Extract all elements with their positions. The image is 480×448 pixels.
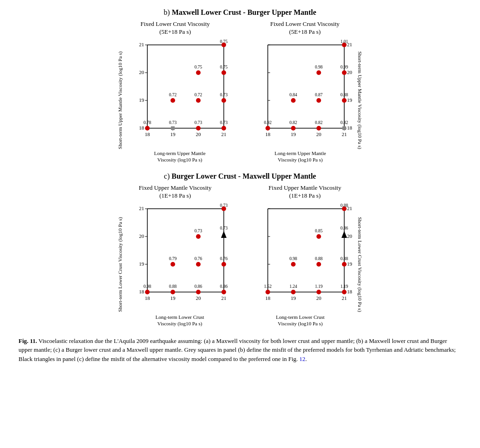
- svg-text:0.82: 0.82: [315, 120, 323, 125]
- svg-text:19: 19: [291, 295, 297, 301]
- panel-c-right: Fixed Upper Mantle Viscosity(1E+18 Pa s): [247, 184, 363, 327]
- svg-point-28: [171, 98, 175, 103]
- panel-c-right-svg: 18 19 20 21 18 19 20: [247, 202, 354, 313]
- panel-b-title: b) Maxwell Lower Crust - Burger Upper Ma…: [14, 8, 466, 17]
- panel-b-right-inner: 18 19 20 21 18 19 20: [247, 38, 354, 163]
- svg-point-34: [196, 70, 201, 75]
- panel-b-left-xlabel: Long-term Upper MantleViscosity (log10 P…: [126, 150, 233, 163]
- svg-text:1.01: 1.01: [341, 39, 348, 44]
- svg-text:0.88: 0.88: [341, 203, 348, 208]
- panel-b-right: Fixed Lower Crust Viscosity(5E+18 Pa s): [247, 20, 363, 163]
- svg-point-66: [291, 126, 296, 131]
- svg-rect-22: [171, 126, 175, 130]
- svg-point-148: [265, 290, 270, 294]
- panel-c-left-xlabel: Long-term Lower CrustViscosity (log10 Pa…: [126, 314, 233, 327]
- svg-point-72: [291, 98, 296, 103]
- svg-point-32: [221, 98, 226, 103]
- svg-text:18: 18: [265, 131, 271, 137]
- panel-b-left: Fixed Lower Crust Viscosity(5E+18 Pa s) …: [117, 20, 233, 163]
- svg-text:20: 20: [347, 233, 353, 239]
- svg-text:0.75: 0.75: [220, 65, 228, 69]
- svg-point-76: [342, 98, 347, 103]
- svg-text:0.72: 0.72: [195, 93, 202, 97]
- svg-text:18: 18: [347, 289, 353, 294]
- svg-text:0.73: 0.73: [220, 120, 228, 125]
- svg-text:20: 20: [316, 131, 322, 137]
- svg-text:20: 20: [347, 69, 353, 75]
- svg-point-24: [196, 126, 201, 131]
- svg-point-160: [342, 262, 347, 267]
- svg-text:19: 19: [291, 131, 297, 137]
- svg-point-116: [221, 262, 226, 267]
- svg-point-154: [342, 290, 347, 294]
- panel-c-right-inner: 18 19 20 21 18 19 20: [247, 202, 354, 327]
- svg-text:20: 20: [316, 295, 322, 301]
- svg-text:0.99: 0.99: [341, 65, 348, 69]
- svg-text:0.87: 0.87: [315, 93, 323, 97]
- svg-point-68: [316, 126, 321, 131]
- svg-text:0.88: 0.88: [341, 93, 348, 97]
- svg-point-156: [291, 262, 296, 267]
- svg-text:0.98: 0.98: [315, 65, 323, 69]
- svg-text:18: 18: [347, 125, 353, 131]
- svg-text:0.78: 0.78: [144, 120, 152, 125]
- svg-text:1.24: 1.24: [290, 284, 297, 289]
- svg-point-108: [196, 290, 201, 294]
- svg-text:18: 18: [139, 289, 145, 294]
- svg-text:0.72: 0.72: [169, 93, 177, 97]
- svg-text:0.73: 0.73: [220, 93, 228, 97]
- svg-text:20: 20: [196, 131, 202, 137]
- panel-c-left-area: Short-term Lower Crust Viscosity (log10 …: [117, 202, 233, 327]
- svg-text:20: 20: [139, 233, 145, 239]
- svg-text:19: 19: [171, 131, 176, 137]
- svg-text:0.73: 0.73: [220, 203, 228, 208]
- svg-text:0.98: 0.98: [290, 256, 297, 261]
- svg-text:21: 21: [342, 295, 347, 301]
- panel-c-left: Fixed Upper Mantle Viscosity(1E+18 Pa s)…: [117, 184, 233, 327]
- panel-b-right-ylabel: Short-term Upper Mantle Viscosity (log10…: [354, 51, 363, 149]
- panel-c-left-inner: 18 19 20 21 18 19 20: [126, 202, 233, 327]
- svg-point-112: [171, 262, 175, 267]
- svg-marker-164: [341, 231, 347, 238]
- svg-text:20: 20: [139, 69, 145, 75]
- svg-text:21: 21: [139, 42, 144, 47]
- svg-text:21: 21: [139, 205, 144, 211]
- svg-point-104: [145, 290, 150, 294]
- svg-point-74: [316, 98, 321, 103]
- svg-text:18: 18: [265, 295, 271, 301]
- svg-point-162: [316, 234, 321, 239]
- panel-b-right-svg: 18 19 20 21 18 19 20: [247, 38, 354, 149]
- svg-marker-120: [221, 231, 227, 238]
- svg-text:21: 21: [221, 131, 227, 137]
- svg-text:0.86: 0.86: [195, 284, 202, 289]
- svg-point-78: [316, 70, 321, 75]
- svg-text:18: 18: [145, 131, 151, 137]
- figure-caption: Fig. 11. Viscoelastic relaxation due the…: [14, 336, 466, 364]
- svg-point-110: [221, 290, 226, 294]
- svg-point-80: [342, 70, 347, 75]
- panel-c-left-ylabel: Short-term Lower Crust Viscosity (log10 …: [117, 217, 126, 312]
- svg-text:21: 21: [221, 295, 227, 301]
- svg-text:18: 18: [139, 125, 145, 131]
- svg-text:0.85: 0.85: [315, 229, 323, 233]
- svg-text:0.73: 0.73: [195, 120, 202, 125]
- caption-link[interactable]: 12: [299, 355, 305, 362]
- svg-text:0.98: 0.98: [144, 284, 152, 289]
- svg-text:0.92: 0.92: [264, 120, 272, 125]
- svg-text:0.82: 0.82: [341, 120, 348, 125]
- panel-b-left-svg: 18 19 20 21 18 19 20: [126, 38, 233, 149]
- svg-point-118: [196, 234, 201, 239]
- panel-c-right-area: 18 19 20 21 18 19 20: [247, 202, 363, 327]
- svg-text:19: 19: [171, 295, 176, 301]
- svg-point-26: [221, 126, 226, 131]
- panel-b-left-inner: 18 19 20 21 18 19 20: [126, 38, 233, 163]
- svg-text:18: 18: [145, 295, 151, 301]
- svg-text:0.79: 0.79: [169, 256, 177, 261]
- panel-c-right-subtitle: Fixed Upper Mantle Viscosity(1E+18 Pa s): [269, 184, 341, 200]
- svg-text:19: 19: [347, 97, 353, 103]
- panel-c-left-svg: 18 19 20 21 18 19 20: [126, 202, 233, 313]
- svg-text:21: 21: [342, 131, 347, 137]
- panel-c-title: c) Burger Lower Crust - Maxwell Upper Ma…: [14, 172, 466, 180]
- panel-b-left-subtitle: Fixed Lower Crust Viscosity(5E+18 Pa s): [140, 20, 210, 36]
- panel-c-right-ylabel: Short-term Lower Crust Viscosity (log10 …: [354, 217, 363, 312]
